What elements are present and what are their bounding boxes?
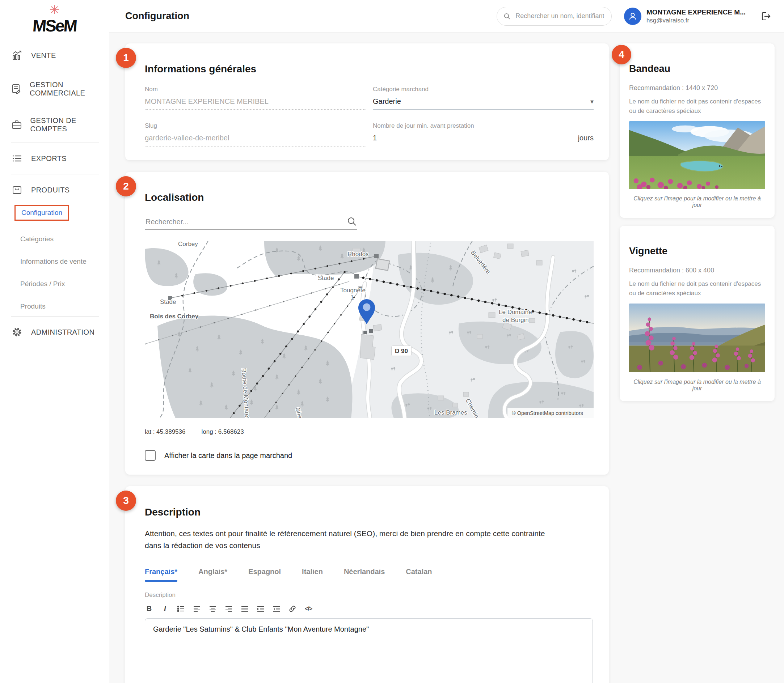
shopping-bag-icon [11,184,23,196]
bullet-list-icon[interactable] [177,604,185,613]
bandeau-recommendation: Recommandation : 1440 x 720 [629,84,765,92]
sidebar-item-gestion-commerciale[interactable]: GESTION COMMERCIALE [0,74,109,104]
show-map-checkbox[interactable] [145,450,156,461]
sidebar-item-informations-de-vente[interactable]: Informations de vente [20,258,109,266]
map-attribution[interactable]: © OpenStreetMap contributors [508,408,594,418]
map-label: 1 [350,294,353,301]
map-label: de Burgin [503,317,529,324]
gear-icon [11,326,23,338]
map-label: Le Domaine [499,309,532,316]
map-search[interactable] [145,216,357,230]
sidebar-nav: VENTE GESTION COMMERCIALE GESTION DE COM… [0,42,109,345]
card-localisation: 2 Localisation [125,172,609,475]
field-label: Catégorie marchand [373,86,594,93]
tab-anglais[interactable]: Anglais* [198,568,227,582]
sidebar-item-produits-sub[interactable]: Produits [20,302,109,310]
description-field-label: Description [145,592,593,599]
divider [11,107,99,107]
sidebar-item-label: PRODUITS [31,186,70,194]
road-shield: D 90 [392,346,411,356]
delai-input[interactable] [373,134,395,142]
map-label: Corbey [178,241,198,247]
user-menu[interactable]: MONTAGNE EXPERIENCE M... hsg@valraiso.fr [624,8,745,25]
align-center-icon[interactable] [209,604,217,613]
indent-increase-icon[interactable] [256,604,265,613]
vignette-image[interactable] [629,303,765,374]
divider [145,582,593,582]
sidebar-item-label: EXPORTS [31,154,67,163]
global-search[interactable] [496,7,612,26]
sidebar-item-exports[interactable]: EXPORTS [0,145,109,172]
tab-francais[interactable]: Français* [145,568,177,582]
produits-submenu: Configuration Catégories Informations de… [0,203,109,314]
active-item-highlight: Configuration [14,205,69,221]
map-label: Les Brames [434,409,467,416]
vignette-title: Vignette [629,245,765,257]
description-editor[interactable]: Garderie "Les Saturnins" & Club Enfants … [145,618,593,683]
map-label: Bois des Corbey [150,313,199,320]
align-right-icon[interactable] [225,604,233,613]
card-informations-generales: 1 Informations générales Nom Catégorie m… [125,43,609,160]
briefcase-icon [11,119,22,131]
logo-text: MSeM [32,16,77,35]
svg-text:D 90: D 90 [395,348,408,354]
link-icon[interactable] [288,604,297,613]
vignette-caption: Cliquez sur l'image pour la modifier ou … [629,379,765,392]
sidebar-item-vente[interactable]: VENTE [0,42,109,69]
bold-icon[interactable]: B [145,604,153,613]
sidebar-item-label: VENTE [31,51,56,60]
field-slug: Slug [145,122,366,146]
step-badge-1: 1 [116,48,136,68]
svg-text:© OpenStreetMap contributors: © OpenStreetMap contributors [512,410,583,416]
align-justify-icon[interactable] [240,604,249,613]
bandeau-image[interactable] [629,121,765,190]
indent-decrease-icon[interactable] [272,604,281,613]
map-label: Tougnète [340,287,366,294]
sidebar-item-label: GESTION COMMERCIALE [30,81,109,97]
user-email: hsg@valraiso.fr [646,17,745,24]
topbar: Configuration MONTAGNE EXPERIENCE M... h… [109,0,784,32]
map[interactable]: Corbey Rhodos Stade Tougnète 1 Stade Boi… [145,241,594,418]
coordinates: lat : 45.389536 long : 6.568623 [145,428,593,436]
section-title: Informations générales [145,63,593,75]
tab-italien[interactable]: Italien [302,568,323,582]
code-icon[interactable]: </> [304,604,313,613]
map-label: Stade [318,274,334,281]
step-badge-3: 3 [116,491,136,511]
categorie-select[interactable]: Garderie ▾ [373,97,594,110]
sidebar-item-configuration[interactable]: Configuration [21,209,62,216]
tab-espagnol[interactable]: Espagnol [248,568,281,582]
snowflake-logo-icon: ✳ [49,3,60,16]
divider [11,71,99,71]
italic-icon[interactable]: I [161,604,169,613]
sidebar-item-produits[interactable]: PRODUITS [0,176,109,203]
sidebar: ✳ MSeM VENTE GESTION COMMERCIALE [0,0,109,683]
logout-button[interactable] [760,11,771,22]
language-tabs: Français* Anglais* Espagnol Italien Néer… [145,568,593,582]
logout-icon [760,11,771,22]
sidebar-item-periodes-prix[interactable]: Périodes / Prix [20,280,109,288]
seo-warning-text: Attention, ces textes ont pour finalité … [145,527,550,552]
global-search-input[interactable] [515,12,605,20]
card-bandeau: 4 Bandeau Recommandation : 1440 x 720 Le… [620,43,774,218]
section-title: Description [145,507,593,518]
card-description: 3 Description Attention, ces textes ont … [125,486,609,683]
sidebar-item-categories[interactable]: Catégories [20,235,109,243]
user-name: MONTAGNE EXPERIENCE M... [646,8,745,16]
sidebar-item-administration[interactable]: ADMINISTRATION [0,319,109,345]
tab-neerlandais[interactable]: Néerlandais [344,568,385,582]
logo: ✳ MSeM [0,3,109,35]
align-left-icon[interactable] [193,604,201,613]
main-area: Configuration MONTAGNE EXPERIENCE M... h… [109,0,784,683]
section-title: Localisation [145,192,593,203]
bandeau-filename-warning: Le nom du fichier ne doit pas contenir d… [629,97,765,115]
sales-chart-icon [11,49,23,61]
tab-catalan[interactable]: Catalan [406,568,432,582]
avatar [624,8,641,25]
nom-input [145,97,366,106]
chevron-down-icon: ▾ [590,98,594,106]
step-badge-2: 2 [116,176,136,196]
map-search-input[interactable] [145,217,347,226]
sidebar-item-gestion-de-comptes[interactable]: GESTION DE COMPTES [0,109,109,140]
divider [11,143,99,143]
